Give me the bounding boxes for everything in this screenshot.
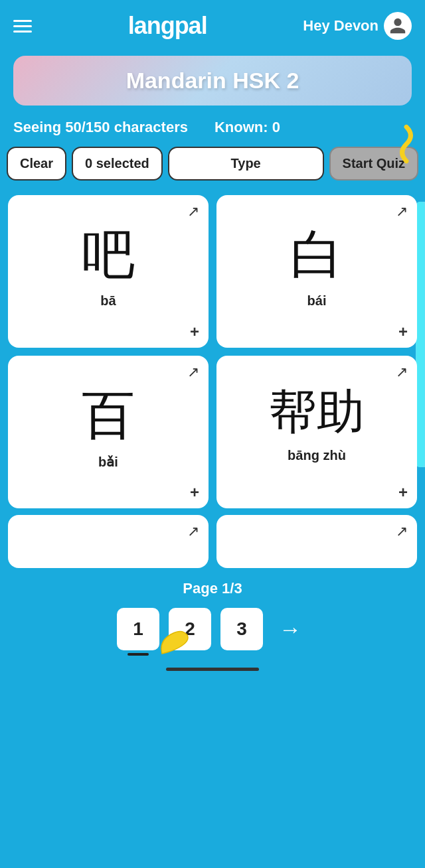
card-bai-hundred-expand-icon[interactable]: ↗: [187, 364, 199, 381]
known-stats: Known: 0: [214, 119, 280, 136]
menu-button[interactable]: [13, 20, 32, 33]
card-bangzhu-expand-icon[interactable]: ↗: [396, 364, 408, 381]
card-bai-white-character: 白: [290, 226, 343, 284]
selected-button[interactable]: 0 selected: [72, 147, 163, 181]
card-bangzhu-add-icon[interactable]: +: [398, 483, 408, 502]
card-ba[interactable]: ↗ 吧 bā +: [8, 195, 209, 348]
app-logo: langpal: [128, 12, 207, 40]
card-bai-hundred-character: 百: [82, 386, 135, 445]
start-quiz-button[interactable]: Start Quiz: [329, 147, 418, 181]
card-bangzhu[interactable]: ↗ 帮助 bāng zhù +: [216, 356, 417, 508]
title-banner: Mandarin HSK 2: [13, 56, 412, 106]
card-bai-white[interactable]: ↗ 白 bái +: [216, 195, 417, 348]
page-indicator: Page 1/3: [0, 573, 425, 603]
pagination: 1 2 3 →: [0, 603, 425, 664]
svg-rect-0: [416, 202, 424, 467]
card-bangzhu-character: 帮助: [269, 386, 365, 439]
stats-row: Seeing 50/150 characters Known: 0: [0, 116, 425, 144]
user-icon: [388, 17, 407, 35]
partial-card-right-expand-icon[interactable]: ↗: [396, 523, 408, 540]
controls-row: Clear 0 selected Type Start Quiz: [0, 144, 425, 188]
card-bai-hundred-pinyin: bǎi: [98, 454, 118, 470]
seeing-stats: Seeing 50/150 characters: [13, 119, 188, 136]
avatar[interactable]: [384, 12, 412, 40]
user-greeting: Hey Devon: [303, 17, 379, 35]
card-bai-white-expand-icon[interactable]: ↗: [396, 203, 408, 220]
card-ba-add-icon[interactable]: +: [190, 323, 199, 341]
partial-card-left-expand-icon[interactable]: ↗: [187, 523, 199, 540]
card-ba-pinyin: bā: [100, 293, 116, 309]
clear-button[interactable]: Clear: [7, 147, 66, 181]
card-ba-expand-icon[interactable]: ↗: [187, 203, 199, 220]
app-header: langpal Hey Devon: [0, 0, 425, 49]
card-ba-character: 吧: [82, 226, 135, 284]
right-strip-decoration: [416, 202, 425, 467]
next-page-button[interactable]: →: [272, 611, 308, 647]
card-bai-white-add-icon[interactable]: +: [398, 323, 408, 341]
partial-cards-row: ↗ ↗: [0, 515, 425, 573]
card-bai-hundred-add-icon[interactable]: +: [190, 483, 199, 502]
banana-decoration: [155, 627, 192, 657]
page-2-wrapper: 2: [169, 608, 211, 650]
banner-title: Mandarin HSK 2: [27, 68, 398, 94]
partial-card-right[interactable]: ↗: [216, 515, 417, 568]
card-bangzhu-pinyin: bāng zhù: [288, 448, 346, 463]
page-1-button[interactable]: 1: [117, 608, 159, 650]
partial-card-left[interactable]: ↗: [8, 515, 209, 568]
card-bai-hundred[interactable]: ↗ 百 bǎi +: [8, 356, 209, 508]
cards-grid: ↗ 吧 bā + ↗ 白 bái + ↗ 百 bǎi + ↗ 帮助 bāng z…: [0, 188, 425, 515]
page-3-button[interactable]: 3: [220, 608, 263, 650]
type-button[interactable]: Type: [168, 147, 324, 181]
user-area[interactable]: Hey Devon: [303, 12, 412, 40]
home-bar: [166, 668, 259, 671]
card-bai-white-pinyin: bái: [307, 293, 327, 309]
